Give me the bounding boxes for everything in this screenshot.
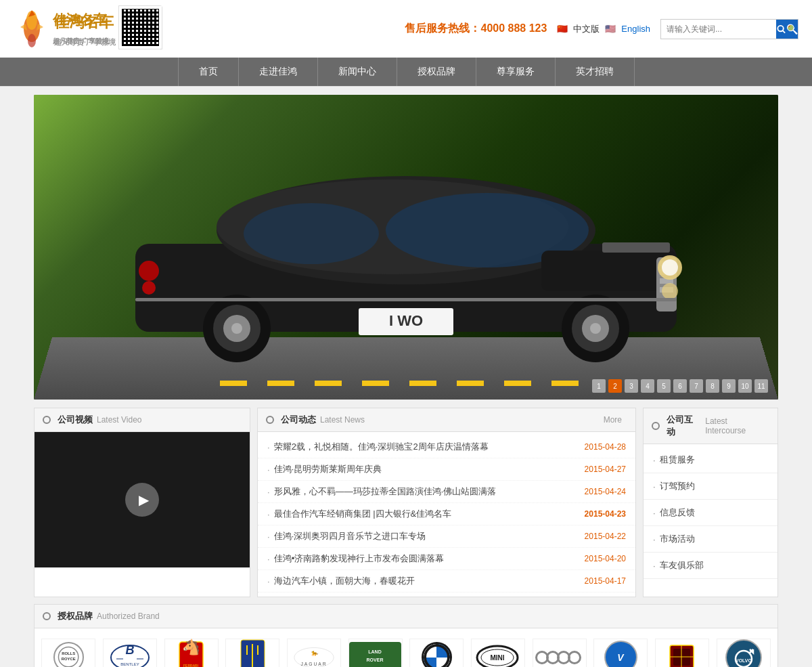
news-date-3: 2015-04-23 bbox=[585, 509, 626, 519]
content-row: 公司视频 Latest Video 公司动态 Latest News More … bbox=[34, 408, 778, 597]
slider-dots: 1 2 3 4 5 6 7 8 9 10 11 bbox=[592, 379, 768, 393]
hotline-number: 4000 888 123 bbox=[480, 22, 547, 34]
search-box bbox=[660, 19, 798, 39]
news-item[interactable]: · 佳鸿•济南路豹发现神行上市发布会圆满落幕 2015-04-20 bbox=[258, 548, 635, 570]
brand-logo-rr[interactable]: ROLLS ROYCE bbox=[41, 639, 95, 667]
slider-dot-3[interactable]: 3 bbox=[625, 379, 638, 393]
phoenix-icon bbox=[14, 7, 51, 51]
brand-logo-audi[interactable] bbox=[533, 639, 587, 667]
play-button[interactable] bbox=[125, 483, 159, 517]
svg-text:JAGUAR: JAGUAR bbox=[300, 661, 327, 666]
slider-dot-10[interactable]: 10 bbox=[738, 379, 752, 393]
brand-logo-bmw[interactable] bbox=[409, 639, 464, 667]
news-date-1: 2015-04-27 bbox=[585, 465, 626, 474]
search-button[interactable] bbox=[776, 20, 798, 39]
brand-logo-mini[interactable]: MINI bbox=[471, 639, 525, 667]
intercourse-bullet: · bbox=[653, 534, 656, 544]
intercourse-item-club[interactable]: · 车友俱乐部 bbox=[644, 553, 777, 579]
brands-title-en: Authorized Brand bbox=[97, 611, 160, 621]
hero-slider: I WO 1 2 3 4 5 6 7 8 9 10 11 bbox=[34, 95, 778, 400]
volvo-icon: VOLVO bbox=[731, 645, 756, 668]
brand-logo-cadillac[interactable]: CADILLAC bbox=[655, 639, 709, 667]
news-item[interactable]: · 海边汽车小镇，面朝大海，春暖花开 2015-04-17 bbox=[258, 570, 635, 593]
news-bullet: · bbox=[267, 576, 270, 586]
mini-icon: MINI bbox=[476, 644, 520, 668]
nav-item-brands[interactable]: 授权品牌 bbox=[397, 58, 476, 86]
news-section-dot bbox=[266, 416, 274, 424]
news-bullet: · bbox=[267, 442, 270, 452]
svg-point-21 bbox=[662, 283, 678, 299]
news-item[interactable]: · 最佳合作汽车经销商集团 |四大银行&佳鸿名车 2015-04-23 bbox=[258, 503, 635, 525]
slider-dot-11[interactable]: 11 bbox=[754, 379, 768, 393]
news-item[interactable]: · 佳鸿·昆明劳斯莱斯周年庆典 2015-04-27 bbox=[258, 458, 635, 481]
intercourse-item-market[interactable]: · 市场活动 bbox=[644, 526, 777, 553]
video-placeholder[interactable] bbox=[35, 432, 250, 567]
rr-icon: ROLLS ROYCE bbox=[58, 642, 80, 667]
slider-dot-1[interactable]: 1 bbox=[592, 379, 606, 393]
bentley-icon: B BENTLEY bbox=[110, 644, 150, 668]
svg-point-23 bbox=[142, 281, 156, 295]
slider-dot-8[interactable]: 8 bbox=[706, 379, 719, 393]
video-title-en: Latest Video bbox=[97, 415, 142, 425]
nav-item-service[interactable]: 尊享服务 bbox=[476, 58, 556, 86]
intercourse-label-3: 市场活动 bbox=[660, 533, 695, 545]
slider-dot-5[interactable]: 5 bbox=[657, 379, 671, 393]
brand-logo-volvo[interactable]: VOLVO bbox=[717, 639, 771, 667]
news-bullet: · bbox=[267, 532, 270, 542]
brand-logo-jaguar[interactable]: 🐆 JAGUAR bbox=[287, 639, 341, 667]
svg-text:ROLLS: ROLLS bbox=[62, 651, 75, 655]
lang-cn-label[interactable]: 中文版 bbox=[573, 23, 600, 35]
intercourse-section-dot bbox=[652, 422, 660, 430]
svg-text:B: B bbox=[125, 644, 134, 657]
intercourse-list: · 租赁服务 · 订驾预约 · 信息反馈 · 市场活动 · 车友俱乐部 bbox=[644, 444, 777, 582]
nav-item-news[interactable]: 新闻中心 bbox=[318, 58, 397, 86]
news-header-left: 公司动态 Latest News bbox=[266, 414, 365, 426]
svg-point-29 bbox=[590, 323, 601, 334]
hero-background: I WO bbox=[34, 95, 778, 400]
search-input[interactable] bbox=[661, 20, 776, 39]
intercourse-item-rental[interactable]: · 租赁服务 bbox=[644, 447, 777, 473]
intercourse-label-2: 信息反馈 bbox=[660, 507, 695, 519]
brand-logo-ferrari[interactable]: 🐴 FERRARI bbox=[164, 639, 219, 667]
intercourse-title-cn: 公司互动 bbox=[667, 414, 701, 438]
slider-dot-6[interactable]: 6 bbox=[673, 379, 687, 393]
svg-text:🐆: 🐆 bbox=[309, 649, 319, 657]
intercourse-item-booking[interactable]: · 订驾预约 bbox=[644, 473, 777, 500]
brand-logo-landrover[interactable]: LAND ROVER bbox=[348, 639, 403, 667]
nav-item-jobs[interactable]: 英才招聘 bbox=[556, 58, 635, 86]
intercourse-label-0: 租赁服务 bbox=[660, 454, 695, 466]
nav-item-home[interactable]: 首页 bbox=[178, 58, 239, 86]
svg-line-7 bbox=[783, 30, 785, 33]
news-date-5: 2015-04-20 bbox=[585, 554, 626, 563]
slider-dot-9[interactable]: 9 bbox=[722, 379, 736, 393]
intercourse-item-feedback[interactable]: · 信息反馈 bbox=[644, 500, 777, 526]
nav-item-about[interactable]: 走进佳鸿 bbox=[239, 58, 318, 86]
intercourse-title-en: Latest Intercourse bbox=[705, 416, 769, 435]
slider-dot-2[interactable]: 2 bbox=[608, 379, 622, 393]
svg-text:LAND: LAND bbox=[368, 649, 381, 654]
brand-logo-vw[interactable]: V bbox=[593, 639, 648, 667]
svg-text:ROYCE: ROYCE bbox=[62, 657, 76, 661]
svg-text:MINI: MINI bbox=[491, 654, 505, 662]
svg-rect-35 bbox=[135, 298, 677, 301]
brands-section-dot bbox=[43, 612, 51, 620]
brand-logo-bentley[interactable]: B BENTLEY bbox=[103, 639, 157, 667]
lang-en-label[interactable]: English bbox=[621, 24, 650, 34]
news-item[interactable]: · 荣耀2载，礼悦相随。佳鸿·深圳驰宝2周年店庆温情落幕 2015-04-28 bbox=[258, 436, 635, 458]
slider-dot-7[interactable]: 7 bbox=[690, 379, 703, 393]
authorized-brands-section: 授权品牌 Authorized Brand ROLLS ROYCE B BENT… bbox=[34, 604, 778, 667]
hotline: 售后服务热线：4000 888 123 bbox=[405, 22, 547, 36]
lang-en-flag: 🇺🇸 bbox=[605, 24, 616, 34]
news-item[interactable]: · 形风雅，心不羁——玛莎拉蒂全国路演佳鸿·佛山站圆满落 2015-04-24 bbox=[258, 481, 635, 503]
brand-logo-maserati[interactable]: MASERATI bbox=[225, 639, 279, 667]
news-item[interactable]: · 佳鸿·深圳奥羽四月音乐节之进口车专场 2015-04-22 bbox=[258, 525, 635, 548]
jaguar-icon: 🐆 JAGUAR bbox=[291, 644, 337, 668]
news-title-0: 荣耀2载，礼悦相随。佳鸿·深圳驰宝2周年店庆温情落幕 bbox=[274, 441, 578, 453]
news-date-2: 2015-04-24 bbox=[585, 487, 626, 496]
logo[interactable]: 佳鸿名车 超凡尊贵·广享雅境 bbox=[14, 5, 162, 53]
slider-dot-4[interactable]: 4 bbox=[641, 379, 654, 393]
header: 佳鸿名车 超凡尊贵·广享雅境 售后服务热线：4000 888 123 🇨🇳 中文… bbox=[0, 0, 812, 87]
svg-point-5 bbox=[28, 34, 36, 47]
news-more-link[interactable]: More bbox=[604, 415, 622, 425]
intercourse-bullet: · bbox=[653, 561, 656, 571]
